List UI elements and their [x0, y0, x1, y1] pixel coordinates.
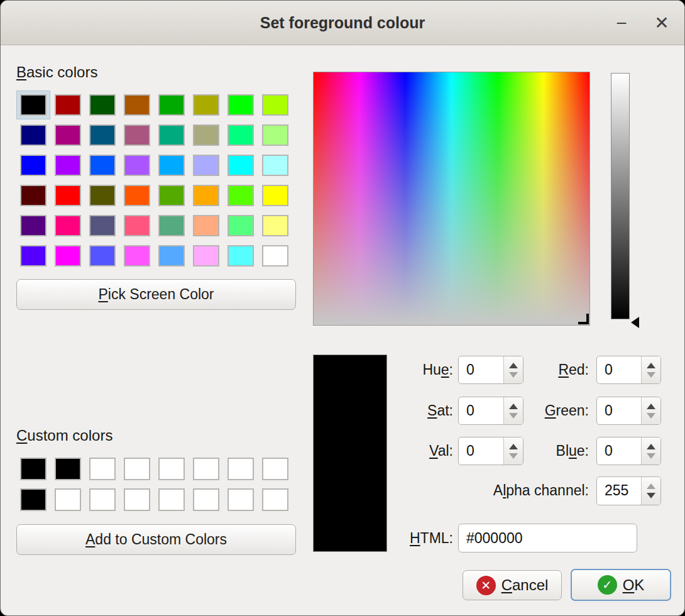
- sat-spinbox[interactable]: 0: [458, 397, 523, 425]
- basic-color-swatch[interactable]: [124, 185, 150, 206]
- minimize-icon: −: [616, 13, 627, 34]
- red-increment-icon[interactable]: [647, 363, 655, 368]
- custom-color-swatch[interactable]: [227, 488, 254, 511]
- red-decrement-icon[interactable]: [647, 372, 655, 378]
- basic-color-swatch[interactable]: [89, 215, 116, 236]
- custom-color-swatch[interactable]: [89, 458, 116, 480]
- red-label: Red:: [558, 356, 589, 384]
- basic-color-swatch[interactable]: [227, 94, 254, 116]
- html-color-input[interactable]: #000000: [458, 524, 637, 553]
- minimize-button[interactable]: −: [608, 1, 635, 45]
- pick-screen-color-button[interactable]: Pick Screen Color: [16, 279, 296, 310]
- custom-color-swatch[interactable]: [262, 488, 288, 511]
- basic-color-swatch[interactable]: [158, 124, 185, 146]
- basic-color-swatch[interactable]: [227, 124, 254, 146]
- hue-saturation-marker[interactable]: [578, 314, 589, 324]
- basic-color-swatch[interactable]: [20, 155, 47, 176]
- basic-color-swatch[interactable]: [227, 185, 254, 206]
- add-to-custom-colors-button[interactable]: Add to Custom Colors: [16, 524, 296, 555]
- hue-decrement-icon[interactable]: [509, 372, 518, 378]
- basic-color-swatch[interactable]: [193, 185, 219, 206]
- basic-color-swatch[interactable]: [20, 215, 47, 236]
- sat-increment-icon[interactable]: [509, 404, 518, 409]
- basic-color-swatch[interactable]: [55, 185, 81, 206]
- basic-color-swatch[interactable]: [20, 124, 47, 146]
- basic-color-swatch[interactable]: [20, 245, 47, 267]
- basic-color-swatch[interactable]: [262, 185, 288, 206]
- custom-color-swatch[interactable]: [124, 488, 150, 511]
- custom-color-swatch[interactable]: [20, 488, 47, 511]
- cancel-button[interactable]: ✕ Cancel: [463, 570, 562, 600]
- hue-spinbox[interactable]: 0: [458, 356, 523, 384]
- green-increment-icon[interactable]: [647, 404, 655, 409]
- basic-color-swatch[interactable]: [193, 155, 219, 176]
- red-spinbox[interactable]: 0: [596, 356, 661, 384]
- val-increment-icon[interactable]: [509, 444, 518, 449]
- basic-color-swatch[interactable]: [124, 94, 150, 116]
- green-decrement-icon[interactable]: [647, 413, 655, 419]
- basic-color-swatch[interactable]: [55, 215, 81, 236]
- basic-color-swatch[interactable]: [158, 155, 185, 176]
- basic-color-swatch[interactable]: [193, 215, 219, 236]
- val-decrement-icon[interactable]: [509, 453, 518, 459]
- alpha-decrement-icon[interactable]: [647, 493, 655, 498]
- basic-color-swatch[interactable]: [227, 155, 254, 176]
- hue-saturation-picker[interactable]: [313, 72, 590, 326]
- blue-decrement-icon[interactable]: [647, 453, 655, 459]
- basic-color-swatch[interactable]: [158, 94, 185, 116]
- basic-color-swatch[interactable]: [124, 124, 150, 146]
- basic-color-swatch[interactable]: [262, 124, 288, 146]
- basic-color-swatch[interactable]: [262, 94, 288, 116]
- basic-color-swatch[interactable]: [89, 185, 116, 206]
- basic-color-swatch[interactable]: [262, 155, 288, 176]
- basic-color-swatch[interactable]: [124, 245, 150, 267]
- custom-color-swatch[interactable]: [89, 488, 116, 511]
- close-button[interactable]: ✕: [648, 1, 676, 45]
- custom-color-swatch[interactable]: [193, 458, 219, 480]
- basic-color-swatch[interactable]: [158, 215, 185, 236]
- hue-increment-icon[interactable]: [509, 363, 518, 368]
- basic-color-swatch[interactable]: [124, 155, 150, 176]
- basic-color-swatch[interactable]: [158, 185, 185, 206]
- custom-color-swatch[interactable]: [262, 458, 288, 480]
- val-spinbox[interactable]: 0: [458, 437, 523, 465]
- basic-color-swatch[interactable]: [193, 245, 219, 267]
- basic-color-swatch[interactable]: [89, 124, 116, 146]
- sat-decrement-icon[interactable]: [509, 413, 518, 419]
- green-spinbox[interactable]: 0: [596, 397, 661, 425]
- basic-color-swatch[interactable]: [193, 94, 219, 116]
- basic-color-swatch[interactable]: [158, 245, 185, 267]
- basic-color-swatch[interactable]: [55, 155, 81, 176]
- custom-color-swatch[interactable]: [193, 488, 219, 511]
- basic-color-swatch[interactable]: [89, 155, 116, 176]
- basic-color-swatch[interactable]: [89, 245, 116, 267]
- custom-color-swatch[interactable]: [158, 488, 185, 511]
- basic-color-swatch[interactable]: [227, 245, 254, 267]
- custom-color-swatch[interactable]: [158, 458, 185, 480]
- basic-color-swatch[interactable]: [193, 124, 219, 146]
- basic-color-swatch[interactable]: [55, 124, 81, 146]
- basic-color-swatch[interactable]: [55, 245, 81, 267]
- basic-color-swatch[interactable]: [20, 94, 47, 116]
- basic-color-swatch[interactable]: [262, 215, 288, 236]
- custom-color-swatch[interactable]: [124, 458, 150, 480]
- basic-color-swatch[interactable]: [55, 94, 81, 116]
- ok-button[interactable]: ✓ OK: [571, 569, 671, 601]
- basic-color-swatch[interactable]: [124, 215, 150, 236]
- basic-color-swatch[interactable]: [227, 215, 254, 236]
- blue-increment-icon[interactable]: [647, 444, 655, 449]
- alpha-spinbox[interactable]: 255: [596, 476, 661, 505]
- basic-color-swatch[interactable]: [89, 94, 116, 116]
- blue-spinbox[interactable]: 0: [596, 437, 661, 465]
- value-slider-arrow-icon[interactable]: [631, 317, 639, 328]
- custom-color-swatch[interactable]: [55, 488, 81, 511]
- close-icon: ✕: [654, 13, 669, 33]
- basic-color-swatch[interactable]: [262, 245, 288, 267]
- custom-color-swatch[interactable]: [20, 458, 47, 480]
- value-slider[interactable]: [611, 73, 630, 319]
- custom-color-swatch[interactable]: [55, 458, 81, 480]
- titlebar[interactable]: Set foreground colour − ✕: [1, 1, 684, 45]
- custom-color-swatch[interactable]: [227, 458, 254, 480]
- basic-color-swatch[interactable]: [20, 185, 47, 206]
- alpha-increment-icon[interactable]: [647, 483, 655, 489]
